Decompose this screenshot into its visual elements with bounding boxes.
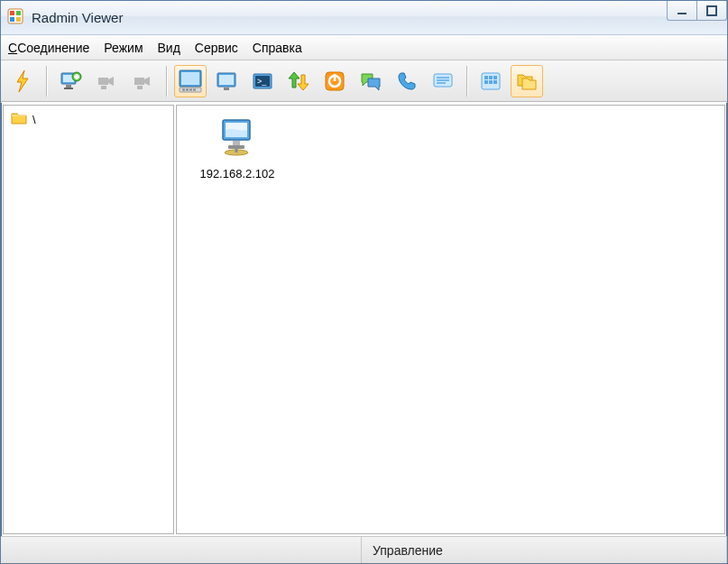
svg-rect-9 — [66, 85, 71, 88]
svg-rect-42 — [493, 80, 497, 84]
minimize-button[interactable] — [667, 1, 697, 21]
list-pane[interactable]: 192.168.2.102 — [176, 105, 725, 534]
menu-tools[interactable]: Сервис — [195, 41, 238, 55]
svg-rect-40 — [484, 80, 488, 84]
toolbar-separator — [166, 66, 167, 97]
app-icon — [6, 7, 24, 29]
svg-rect-1 — [10, 11, 14, 15]
svg-rect-45 — [233, 141, 240, 145]
svg-rect-46 — [228, 145, 244, 149]
arrows-updown-icon — [287, 69, 310, 93]
list-item-label: 192.168.2.102 — [199, 167, 274, 180]
connect-button[interactable] — [6, 65, 39, 97]
folder-icon — [11, 111, 27, 128]
grid-icon — [479, 69, 502, 93]
svg-rect-17 — [181, 72, 199, 85]
app-window: Radmin Viewer ССоединение Режим Вид Серв… — [0, 0, 728, 564]
svg-rect-14 — [101, 86, 106, 89]
status-mode: Управление — [362, 537, 727, 563]
svg-rect-6 — [707, 6, 716, 15]
camera-icon — [94, 69, 119, 94]
phone-icon — [395, 69, 419, 93]
svg-text:>_: >_ — [257, 77, 267, 86]
terminal-icon: >_ — [251, 69, 274, 93]
voice-chat-button[interactable] — [391, 65, 423, 97]
svg-rect-10 — [64, 88, 73, 89]
send-message-button[interactable] — [427, 65, 459, 97]
tree-root-label: \ — [32, 113, 36, 126]
menu-mode[interactable]: Режим — [104, 41, 143, 55]
menu-connection[interactable]: ССоединение — [8, 41, 89, 55]
chat-icon — [359, 69, 382, 93]
phonebook-button[interactable] — [475, 65, 507, 97]
svg-rect-24 — [219, 75, 234, 85]
message-icon — [431, 69, 455, 93]
svg-rect-5 — [677, 13, 687, 14]
svg-rect-31 — [334, 74, 336, 81]
monitor-full-icon — [177, 68, 204, 95]
folders-icon — [515, 69, 539, 93]
toolbar-separator — [466, 66, 467, 97]
status-left — [1, 537, 362, 563]
svg-rect-25 — [224, 88, 229, 90]
telnet-button[interactable]: >_ — [246, 65, 279, 97]
toolbar-separator — [46, 66, 47, 97]
text-chat-button[interactable] — [355, 65, 387, 97]
monitor-icon — [215, 69, 238, 93]
svg-rect-3 — [10, 17, 14, 22]
list-item[interactable]: 192.168.2.102 — [188, 115, 287, 180]
add-computer-button[interactable] — [54, 65, 87, 97]
menu-view[interactable]: Вид — [158, 41, 180, 55]
svg-rect-20 — [186, 88, 189, 90]
camera-icon — [130, 69, 155, 94]
menubar: ССоединение Режим Вид Сервис Справка — [1, 35, 727, 60]
titlebar: Radmin Viewer — [1, 1, 727, 35]
toolbar: >_ — [1, 60, 727, 102]
svg-rect-2 — [16, 11, 21, 15]
computer-icon — [216, 115, 259, 162]
svg-rect-22 — [193, 88, 196, 90]
statusbar: Управление — [1, 536, 727, 563]
svg-rect-39 — [493, 76, 497, 79]
camera2-button — [126, 65, 159, 97]
svg-rect-19 — [182, 88, 185, 90]
view-only-button[interactable] — [210, 65, 243, 97]
client-area: \ 192.168.2.102 — [1, 102, 727, 536]
svg-rect-41 — [489, 80, 493, 84]
camera1-button — [90, 65, 123, 97]
tree-pane[interactable]: \ — [3, 105, 174, 534]
svg-rect-13 — [74, 75, 79, 78]
shutdown-button[interactable] — [318, 65, 351, 97]
computer-plus-icon — [58, 69, 83, 94]
maximize-button[interactable] — [696, 1, 727, 21]
lightning-icon — [10, 69, 35, 94]
svg-rect-15 — [137, 86, 143, 89]
svg-rect-38 — [489, 76, 493, 79]
svg-rect-21 — [189, 88, 192, 90]
power-icon — [323, 69, 346, 93]
svg-rect-4 — [16, 17, 21, 22]
tree-root[interactable]: \ — [11, 111, 166, 128]
file-transfer-button[interactable] — [282, 65, 315, 97]
svg-rect-48 — [235, 149, 238, 153]
svg-rect-37 — [484, 76, 488, 79]
window-title: Radmin Viewer — [32, 10, 123, 25]
folders-button[interactable] — [511, 65, 543, 97]
menu-help[interactable]: Справка — [253, 41, 302, 55]
full-control-button[interactable] — [174, 65, 207, 97]
